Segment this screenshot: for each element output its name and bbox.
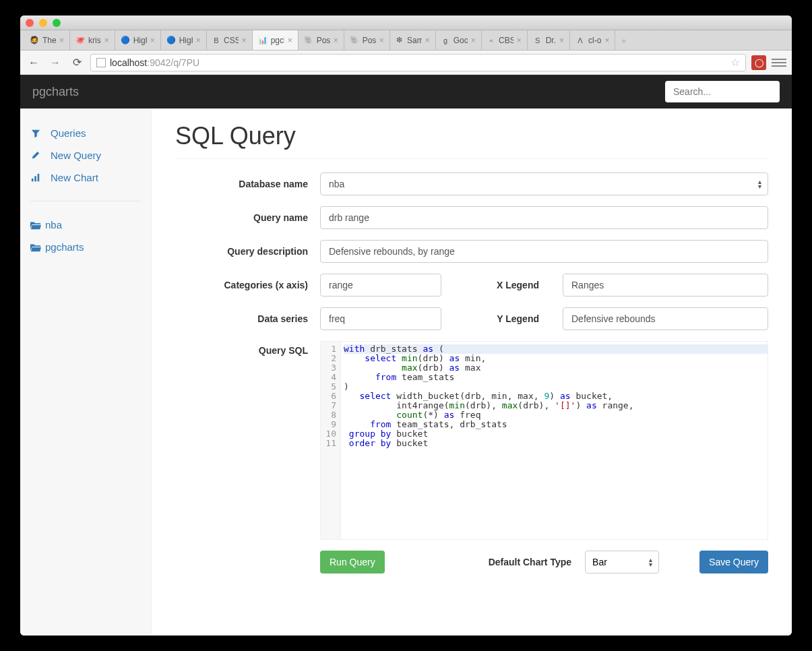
tab-label: kris [88,36,101,45]
sidebar-label: New Chart [51,172,98,183]
query-name-input[interactable] [320,206,768,229]
database-name-select[interactable]: nba [320,173,768,195]
sidebar-item-new-query[interactable]: New Query [30,144,141,166]
sidebar-label: New Query [51,150,101,161]
data-series-input[interactable] [320,307,441,330]
svg-rect-0 [32,178,34,181]
close-tab-icon[interactable]: × [379,36,384,45]
save-query-button[interactable]: Save Query [699,551,768,574]
close-tab-icon[interactable]: × [59,36,64,45]
browser-tab[interactable]: BCSS× [207,30,253,50]
sidebar-label: Queries [51,127,86,139]
editor-gutter: 1234567891011 [321,342,341,539]
browser-tab[interactable]: gGoo× [436,30,482,50]
browser-tabstrip: 🧔The×🐙kris×🔵High×🔵High×BCSS×📊pgch×🐘Post×… [20,30,792,51]
browser-tab[interactable]: 🐘Post× [344,30,390,50]
label-data-series: Data series [175,313,320,324]
label-database-name: Database name [175,179,320,189]
sidebar: Queries New Query New Chart nba [20,108,152,636]
tab-label: High [179,36,193,45]
close-tab-icon[interactable]: × [150,36,155,45]
address-bar[interactable]: localhost:9042/q/7PU ☆ [90,54,746,71]
close-tab-icon[interactable]: × [559,36,564,45]
forward-button[interactable]: → [47,55,63,71]
sidebar-folder-nba[interactable]: nba [30,214,141,236]
browser-tab[interactable]: SDr.× [528,30,570,50]
favicon: 🔵 [121,36,130,45]
favicon: 🐘 [304,36,313,45]
close-tab-icon[interactable]: × [288,36,292,45]
brand[interactable]: pgcharts [32,85,79,99]
favicon: 🐙 [75,36,85,45]
close-tab-icon[interactable]: × [517,36,522,45]
label-query-name: Query name [175,212,320,223]
url-host: localhost [110,57,147,68]
sidebar-folder-pgcharts[interactable]: pgcharts [30,236,141,258]
new-tab-button[interactable]: ▫ [615,30,631,50]
close-tab-icon[interactable]: × [334,36,338,45]
close-window-button[interactable] [26,19,34,27]
browser-tab[interactable]: 🔵High× [115,30,161,50]
query-description-input[interactable] [320,240,768,263]
extension-icon[interactable]: ◯ [751,55,766,70]
label-default-chart-type: Default Chart Type [489,557,571,567]
page-icon [96,58,106,67]
browser-window: 🧔The×🐙kris×🔵High×🔵High×BCSS×📊pgch×🐘Post×… [20,16,792,636]
close-tab-icon[interactable]: × [425,36,430,45]
x-legend-input[interactable] [563,274,768,297]
sidebar-item-new-chart[interactable]: New Chart [30,166,141,189]
run-query-button[interactable]: Run Query [320,551,385,574]
favicon: B [212,36,220,45]
browser-tab[interactable]: 📊pgch× [253,30,299,50]
browser-toolbar: ← → ⟳ localhost:9042/q/7PU ☆ ◯ [20,51,792,75]
close-tab-icon[interactable]: × [104,36,109,45]
chart-icon [30,173,41,183]
tab-label: CSS [224,36,239,45]
chrome-menu-icon[interactable] [772,55,786,70]
folder-label: nba [45,219,62,230]
reload-button[interactable]: ⟳ [69,55,85,71]
action-row: Run Query Default Chart Type Bar ▴▾ Save… [175,551,768,574]
favicon: 🐘 [350,36,359,45]
label-query-sql: Query SQL [175,341,320,356]
close-tab-icon[interactable]: × [196,36,201,45]
browser-tab[interactable]: Λcl-o× [570,30,615,50]
close-tab-icon[interactable]: × [471,36,476,45]
browser-tab[interactable]: 🧔The× [24,30,70,50]
label-x-legend: X Legend [455,280,549,290]
favicon: 🧔 [30,36,39,45]
favicon: 🔵 [166,36,176,45]
browser-tab[interactable]: 🔵High× [161,30,207,50]
y-legend-input[interactable] [563,307,768,330]
maximize-window-button[interactable] [53,19,61,27]
tab-label: Dr. [546,36,556,45]
page-title: SQL Query [175,122,768,150]
browser-tab[interactable]: ❇Sam× [390,30,436,50]
tab-label: Sam [407,36,422,45]
browser-tab[interactable]: 🐙kris× [70,30,115,50]
url-path: :9042/q/7PU [147,57,199,68]
favicon: S [533,36,542,45]
sidebar-item-queries[interactable]: Queries [30,122,141,144]
sql-editor[interactable]: 1234567891011 with drb_stats as ( select… [320,341,768,540]
tab-label: CBS [499,36,513,45]
minimize-window-button[interactable] [39,19,47,27]
favicon: 📊 [258,36,268,45]
svg-rect-1 [34,176,36,181]
folder-open-icon [30,220,41,230]
tab-label: cl-o [588,36,601,45]
categories-input[interactable] [320,274,441,297]
browser-tab[interactable]: 🐘Post× [299,30,344,50]
tab-label: The [42,36,56,45]
pencil-icon [30,151,41,160]
editor-code-area[interactable]: with drb_stats as ( select min(drb) as m… [341,342,768,539]
window-controls [26,19,61,27]
bookmark-star-icon[interactable]: ☆ [730,56,740,69]
close-tab-icon[interactable]: × [242,36,247,45]
back-button[interactable]: ← [26,55,42,71]
divider [175,158,768,159]
browser-tab[interactable]: ▫CBS× [482,30,528,50]
search-input[interactable] [665,81,780,102]
default-chart-type-select[interactable]: Bar [585,551,659,574]
close-tab-icon[interactable]: × [604,36,609,45]
